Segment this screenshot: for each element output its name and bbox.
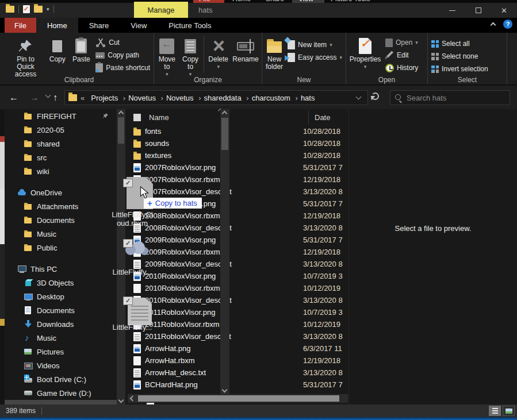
copy-button[interactable]: Copy: [45, 35, 70, 64]
copy-path-button[interactable]: Copy path: [93, 49, 152, 61]
sidebar-item[interactable]: Desktop: [5, 290, 117, 303]
sidebar-item[interactable]: Game Drive (D:): [5, 386, 117, 400]
file-row[interactable]: ArrowHat.png 6/3/2017 11: [128, 342, 348, 355]
history-button[interactable]: History: [383, 61, 420, 74]
sidebar-item[interactable]: Storage Drive (G:): [5, 400, 117, 404]
edit-button[interactable]: Edit: [383, 49, 420, 61]
file-row[interactable]: fonts 10/28/2018: [128, 125, 348, 137]
tab-home[interactable]: Home: [36, 18, 78, 33]
file-row[interactable]: 2011RobloxVisor_desc.txt 3/13/2020 8: [128, 330, 348, 342]
folder-icon[interactable]: [6, 6, 14, 13]
file-list-scrollbar[interactable]: [220, 109, 229, 394]
scroll-down-icon[interactable]: [118, 398, 124, 403]
file-row[interactable]: 2007RobloxVisor_desc.txt 3/13/2020 8: [128, 186, 348, 198]
scrollbar-thumb[interactable]: [221, 118, 228, 150]
tab-share[interactable]: Share: [78, 18, 120, 33]
select-none-button[interactable]: Select none: [429, 50, 491, 63]
file-row[interactable]: 2009RobloxVisor_desc.txt 3/13/2020 8: [128, 258, 348, 270]
properties-button[interactable]: Properties ▾: [347, 35, 383, 72]
sidebar-scrollbar[interactable]: [117, 109, 125, 404]
delete-button[interactable]: × Delete ▾: [206, 35, 231, 72]
pin-to-quick-access-button[interactable]: Pin to Quick access: [6, 35, 45, 79]
file-row[interactable]: textures 10/28/2018: [128, 149, 348, 161]
breadcrumb-item[interactable]: Projects: [86, 94, 123, 102]
minimize-button[interactable]: [439, 3, 465, 18]
column-header-date[interactable]: Date: [309, 113, 348, 122]
scroll-left-icon[interactable]: [130, 396, 136, 402]
file-row[interactable]: 2009RobloxVisor.png 5/31/2017 7: [128, 234, 348, 246]
horizontal-scrollbar[interactable]: [128, 394, 348, 403]
file-row[interactable]: 2008RobloxVisor.png 5/31/2017 7: [128, 198, 348, 210]
breadcrumb-item[interactable]: Novetus: [161, 94, 199, 102]
sidebar-item[interactable]: Public: [5, 241, 117, 255]
file-row[interactable]: 2010RobloxVisor.rbxm 10/12/2019: [128, 282, 348, 294]
sidebar-item[interactable]: Downloads: [5, 317, 117, 331]
column-separator[interactable]: [308, 110, 309, 124]
recent-locations-chevron-icon[interactable]: [45, 93, 51, 98]
sidebar-item[interactable]: 3D Objects: [5, 276, 117, 290]
folder-icon[interactable]: [34, 6, 43, 13]
scroll-up-icon[interactable]: [118, 111, 124, 117]
file-row[interactable]: 2010RobloxVisor.png 10/7/2019 3: [128, 270, 348, 282]
details-view-button[interactable]: [489, 406, 501, 416]
file-row[interactable]: 2008RobloxVisor.rbxm 12/19/2018: [128, 210, 348, 222]
tab-file[interactable]: File: [5, 18, 36, 33]
file-row[interactable]: ArrowHat_desc.txt 3/13/2020 8: [128, 367, 348, 379]
file-row[interactable]: 2009RobloxVisor.rbxm 12/19/2018: [128, 246, 348, 258]
scroll-down-icon[interactable]: [222, 387, 228, 393]
file-row[interactable]: 2008RobloxVisor_desc.txt 3/13/2020 8: [128, 222, 348, 234]
search-input[interactable]: [407, 94, 505, 102]
copy-to-button[interactable]: Copy to ▾: [179, 35, 202, 79]
sidebar-item[interactable]: shared: [5, 137, 117, 151]
address-bar[interactable]: « Projects Novetus Novetus shareddata ch…: [64, 90, 368, 105]
breadcrumb-item[interactable]: hats: [296, 94, 320, 102]
tab-view[interactable]: View: [120, 18, 158, 33]
breadcrumb-overflow-icon[interactable]: «: [81, 94, 85, 102]
select-all-checkbox[interactable]: [133, 114, 141, 121]
sidebar-item[interactable]: Attachments: [5, 199, 117, 213]
breadcrumb-item[interactable]: charcustom: [247, 94, 296, 102]
sidebar-item[interactable]: Videos: [5, 359, 117, 372]
back-button[interactable]: ←: [9, 93, 18, 103]
address-dropdown-chevron-icon[interactable]: [356, 94, 362, 100]
tab-picture-tools[interactable]: Picture Tools: [158, 18, 222, 33]
easy-access-button[interactable]: Easy access ▾: [285, 51, 344, 64]
file-row[interactable]: 2011RobloxVisor.rbxm 10/12/2019: [128, 318, 348, 330]
sidebar-item[interactable]: Documents: [5, 303, 117, 317]
paste-shortcut-button[interactable]: Paste shortcut: [93, 61, 152, 74]
breadcrumb-item[interactable]: shareddata: [199, 94, 247, 102]
file-row[interactable]: 2011RobloxVisor.png 10/7/2019 3: [128, 306, 348, 318]
sidebar-item[interactable]: FIREFIGHT: [5, 109, 117, 123]
forward-button[interactable]: →: [30, 93, 39, 103]
maximize-button[interactable]: [465, 3, 491, 18]
file-row[interactable]: 2007RobloxVisor.png 5/31/2017 7: [128, 161, 348, 174]
breadcrumb-item[interactable]: Novetus: [123, 94, 161, 102]
sidebar-item[interactable]: Boot Drive (C:): [5, 372, 117, 386]
close-button[interactable]: ✕: [491, 3, 517, 18]
contextual-tab-manage[interactable]: Manage: [134, 2, 188, 18]
scrollbar-thumb[interactable]: [118, 117, 124, 144]
up-button[interactable]: ↑: [53, 93, 58, 103]
sidebar-item[interactable]: OneDrive: [5, 186, 117, 199]
help-icon[interactable]: ?: [503, 20, 512, 29]
file-row[interactable]: ArrowHat.rbxm 12/19/2018: [128, 355, 348, 367]
sidebar-item[interactable]: 2020-05: [5, 123, 117, 137]
file-row[interactable]: 2007RobloxVisor.rbxm 12/19/2018: [128, 174, 348, 186]
sidebar-item[interactable]: wiki: [5, 164, 117, 178]
file-row[interactable]: 2010RobloxVisor_desc.txt 3/13/2020 8: [128, 294, 348, 306]
scroll-up-icon[interactable]: [222, 111, 228, 117]
cut-button[interactable]: Cut: [93, 36, 152, 49]
new-folder-button[interactable]: New folder: [263, 35, 285, 72]
sidebar-item[interactable]: Music: [5, 331, 117, 345]
sidebar-item[interactable]: Documents: [5, 213, 117, 227]
collapse-ribbon-icon[interactable]: [491, 22, 496, 28]
sidebar-item[interactable]: src: [5, 151, 117, 164]
new-item-button[interactable]: New item ▾: [285, 38, 344, 51]
sidebar-item[interactable]: This PC: [5, 262, 117, 276]
thumbnail-view-button[interactable]: [503, 406, 515, 416]
sidebar-item[interactable]: Pictures: [5, 345, 117, 359]
file-row[interactable]: sounds 10/28/2018: [128, 137, 348, 149]
move-to-button[interactable]: Move to ▾: [155, 35, 179, 79]
open-button[interactable]: Open ▾: [383, 36, 420, 49]
invert-selection-button[interactable]: Invert selection: [429, 63, 491, 75]
